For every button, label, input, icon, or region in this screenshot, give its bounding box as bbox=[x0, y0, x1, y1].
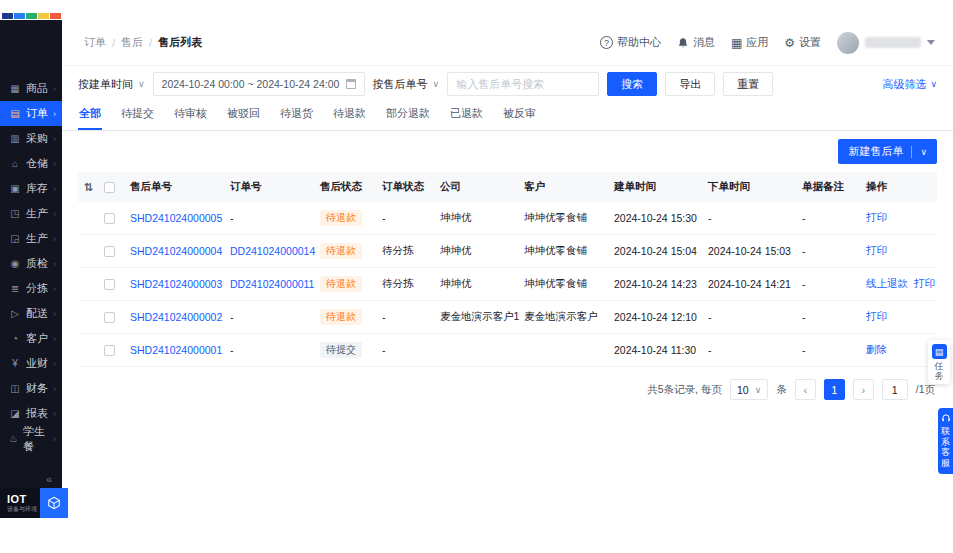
after-sale-no-link[interactable]: SHD241024000004 bbox=[130, 245, 222, 257]
sidebar-item-production[interactable]: ◳ 生产 › bbox=[0, 201, 62, 226]
iot-cube-icon bbox=[40, 488, 68, 518]
print-action-link[interactable]: 打印 bbox=[866, 244, 887, 258]
task-icon: ▤ bbox=[932, 344, 947, 359]
column-settings-icon[interactable]: ⇅ bbox=[84, 181, 93, 193]
sidebar-item-customers[interactable]: ◔ 客户 › bbox=[0, 326, 62, 351]
advanced-filter-button[interactable]: 高级筛选 ∨ bbox=[882, 77, 937, 92]
purchase-icon: ▥ bbox=[9, 133, 21, 144]
pagination-summary: 共5条记录, 每页 bbox=[647, 383, 722, 397]
chevron-down-icon bbox=[927, 40, 935, 45]
order-no-link[interactable]: DD241024000014 bbox=[230, 245, 315, 257]
apps-button[interactable]: ▦ 应用 bbox=[731, 35, 768, 50]
print-action-link[interactable]: 打印 bbox=[866, 310, 887, 324]
sidebar-item-reports[interactable]: ◪ 报表 › bbox=[0, 401, 62, 426]
breadcrumb-after-sale[interactable]: 售后 bbox=[121, 35, 143, 50]
page-1-button[interactable]: 1 bbox=[824, 379, 845, 400]
row-checkbox[interactable] bbox=[104, 279, 115, 290]
col-remark: 单据备注 bbox=[798, 172, 862, 202]
tab-pending-return[interactable]: 待退货 bbox=[279, 102, 314, 130]
row-checkbox[interactable] bbox=[104, 345, 115, 356]
help-center-button[interactable]: ? 帮助中心 bbox=[600, 35, 661, 50]
tab-pending-submit[interactable]: 待提交 bbox=[120, 102, 155, 130]
status-badge: 待退款 bbox=[320, 276, 362, 292]
tab-partial-refund[interactable]: 部分退款 bbox=[385, 102, 431, 130]
chevron-right-icon: › bbox=[53, 309, 56, 319]
after-sale-no-link[interactable]: SHD241024000002 bbox=[130, 311, 222, 323]
contact-service-button[interactable]: 联系客服 bbox=[938, 408, 953, 474]
row-checkbox[interactable] bbox=[104, 213, 115, 224]
tab-rejected[interactable]: 被驳回 bbox=[226, 102, 261, 130]
collapse-icon: « bbox=[46, 473, 52, 485]
keyword-search-input[interactable] bbox=[447, 72, 599, 96]
row-checkbox[interactable] bbox=[104, 246, 115, 257]
keyword-field-select[interactable]: 按售后单号 ∨ bbox=[373, 77, 440, 92]
iot-logo-subtitle: 设备与环境 bbox=[7, 506, 37, 512]
after-sale-no-link[interactable]: SHD241024000001 bbox=[130, 344, 222, 356]
breadcrumb: 订单 / 售后 / 售后列表 bbox=[84, 35, 202, 50]
sidebar-item-label: 财务 bbox=[26, 381, 48, 396]
prev-page-button[interactable]: ‹ bbox=[795, 379, 816, 400]
top-header: 订单 / 售后 / 售后列表 ? 帮助中心 消息 bbox=[62, 20, 953, 66]
status-badge: 待提交 bbox=[320, 342, 362, 358]
messages-button[interactable]: 消息 bbox=[677, 35, 715, 50]
sidebar-item-finance[interactable]: ◫ 财务 › bbox=[0, 376, 62, 401]
page-jump-input[interactable]: 1 bbox=[882, 379, 908, 400]
sidebar-item-production-2[interactable]: ◲ 生产 › bbox=[0, 226, 62, 251]
avatar bbox=[837, 32, 859, 54]
sidebar-item-inventory[interactable]: ▣ 库存 › bbox=[0, 176, 62, 201]
sidebar-item-label: 采购 bbox=[26, 131, 48, 146]
sidebar-item-warehouse[interactable]: ⌂ 仓储 › bbox=[0, 151, 62, 176]
tab-refunded[interactable]: 已退款 bbox=[449, 102, 484, 130]
new-after-sale-button[interactable]: 新建售后单 ∨ bbox=[838, 139, 937, 164]
after-sale-no-link[interactable]: SHD241024000005 bbox=[130, 212, 222, 224]
tab-pending-review[interactable]: 待审核 bbox=[173, 102, 208, 130]
tab-pending-refund[interactable]: 待退款 bbox=[332, 102, 367, 130]
col-company: 公司 bbox=[436, 172, 520, 202]
date-range-input[interactable]: 2024-10-24 00:00 ~ 2024-10-24 24:00 bbox=[153, 72, 365, 96]
select-all-checkbox[interactable] bbox=[104, 182, 115, 193]
export-button[interactable]: 导出 bbox=[665, 72, 715, 96]
inventory-icon: ▣ bbox=[9, 183, 21, 194]
col-after-sale-status: 售后状态 bbox=[316, 172, 378, 202]
col-created-at: 建单时间 bbox=[610, 172, 704, 202]
sidebar-item-products[interactable]: ▦ 商品 › bbox=[0, 76, 62, 101]
sidebar-collapse-button[interactable]: « bbox=[0, 470, 62, 488]
sidebar-item-business-finance[interactable]: ¥ 业财 › bbox=[0, 351, 62, 376]
print-action-link[interactable]: 打印 bbox=[866, 211, 887, 225]
chevron-right-icon: › bbox=[53, 159, 56, 169]
delete-action-link[interactable]: 删除 bbox=[866, 343, 887, 357]
user-account-menu[interactable] bbox=[837, 32, 935, 54]
settings-button[interactable]: ⚙ 设置 bbox=[784, 35, 821, 50]
time-field-select[interactable]: 按建单时间 ∨ bbox=[78, 77, 145, 92]
sidebar-item-label: 商品 bbox=[26, 81, 48, 96]
chevron-right-icon: › bbox=[53, 284, 56, 294]
sidebar-item-student-meals[interactable]: ♨ 学生餐 › bbox=[0, 426, 62, 451]
caret-down-icon: ∨ bbox=[920, 147, 927, 157]
user-name bbox=[865, 37, 921, 48]
sidebar-item-delivery[interactable]: ▷ 配送 › bbox=[0, 301, 62, 326]
print-action-link[interactable]: 打印 bbox=[914, 277, 935, 291]
row-checkbox[interactable] bbox=[104, 312, 115, 323]
production-2-icon: ◲ bbox=[9, 233, 21, 244]
sidebar-item-sorting[interactable]: ≣ 分拣 › bbox=[0, 276, 62, 301]
next-page-button[interactable]: › bbox=[853, 379, 874, 400]
sidebar-item-quality[interactable]: ◉ 质检 › bbox=[0, 251, 62, 276]
tab-all[interactable]: 全部 bbox=[78, 102, 102, 130]
sidebar-item-purchase[interactable]: ▥ 采购 › bbox=[0, 126, 62, 151]
search-button[interactable]: 搜索 bbox=[607, 72, 657, 96]
help-icon: ? bbox=[600, 36, 613, 49]
sidebar-item-label: 客户 bbox=[26, 331, 48, 346]
sidebar-item-label: 订单 bbox=[26, 106, 48, 121]
chevron-right-icon: › bbox=[53, 359, 56, 369]
page-size-select[interactable]: 10 ∨ bbox=[730, 379, 768, 400]
tab-counter-reviewed[interactable]: 被反审 bbox=[502, 102, 537, 130]
chevron-right-icon: › bbox=[53, 384, 56, 394]
breadcrumb-orders[interactable]: 订单 bbox=[84, 35, 106, 50]
after-sale-no-link[interactable]: SHD241024000003 bbox=[130, 278, 222, 290]
reset-button[interactable]: 重置 bbox=[723, 72, 773, 96]
sidebar-item-orders[interactable]: ▤ 订单 › bbox=[0, 101, 62, 126]
delivery-icon: ▷ bbox=[9, 308, 21, 319]
task-float-button[interactable]: ▤ 任务 bbox=[928, 340, 950, 384]
order-no-link[interactable]: DD241024000011 bbox=[230, 278, 314, 290]
online-refund-action-link[interactable]: 线上退款 bbox=[866, 277, 908, 291]
